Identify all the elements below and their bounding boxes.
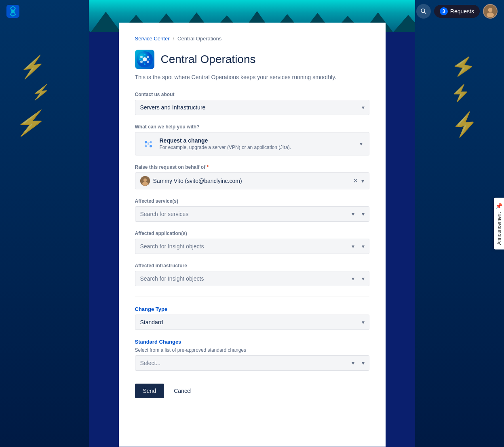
help-option-title: Request a change: [160, 137, 291, 144]
contact-about-section: Contact us about Servers and Infrastruct…: [135, 92, 369, 115]
svg-point-12: [140, 61, 143, 63]
contact-about-select[interactable]: Servers and Infrastructure Software Secu…: [135, 100, 369, 115]
breadcrumb: Service Center / Central Operations: [135, 36, 369, 42]
change-type-section: Change Type Standard Emergency Normal: [135, 306, 369, 330]
svg-point-6: [488, 8, 493, 12]
svg-point-13: [147, 61, 149, 63]
affected-apps-field[interactable]: Search for Insight objects ▾: [135, 239, 369, 254]
standard-changes-field[interactable]: Select... ▾: [135, 355, 369, 371]
svg-point-24: [145, 145, 147, 147]
page-header: Central Operations: [135, 50, 369, 69]
affected-infra-chevron-icon: ▾: [352, 275, 354, 282]
requests-button[interactable]: 3 Requests: [434, 5, 480, 18]
affected-apps-placeholder: Search for Insight objects: [140, 243, 204, 250]
help-option-text: Request a change For example, upgrade a …: [160, 137, 291, 150]
breadcrumb-parent-link[interactable]: Service Center: [135, 36, 170, 42]
help-section: What can we help you with?: [135, 124, 369, 155]
affected-apps-section: Affected application(s) Search for Insig…: [135, 231, 369, 254]
required-star: *: [207, 164, 209, 170]
announcement-tab[interactable]: 📌 Announcement: [494, 197, 504, 250]
send-button[interactable]: Send: [135, 384, 164, 398]
behalf-avatar: [140, 176, 150, 186]
affected-infra-placeholder: Search for Insight objects: [140, 275, 204, 282]
help-label: What can we help you with?: [135, 124, 369, 130]
affected-services-placeholder: Search for services: [140, 211, 189, 217]
requests-badge: 3: [440, 7, 448, 15]
help-option-left: Request a change For example, upgrade a …: [142, 137, 291, 150]
svg-point-18: [144, 54, 146, 55]
user-avatar[interactable]: [483, 4, 498, 19]
search-button[interactable]: [416, 4, 431, 19]
form-actions: Send Cancel: [135, 384, 369, 398]
svg-point-32: [142, 182, 148, 186]
svg-point-25: [150, 145, 152, 147]
behalf-controls: ✕ ▾: [353, 178, 364, 184]
topbar-left: [6, 5, 19, 18]
standard-changes-section: Standard Changes Select from a list of p…: [135, 339, 369, 371]
page-icon: [135, 50, 154, 69]
affected-services-section: Affected service(s) Search for services …: [135, 198, 369, 222]
affected-apps-wrapper: Search for Insight objects ▾: [135, 239, 369, 254]
page-description: This is the spot where Central Operation…: [135, 74, 369, 80]
announcement-pin-icon: 📌: [496, 202, 502, 209]
affected-services-label: Affected service(s): [135, 198, 369, 204]
announcement-label: Announcement: [496, 212, 502, 245]
affected-apps-label: Affected application(s): [135, 231, 369, 236]
svg-point-19: [144, 63, 146, 65]
breadcrumb-current: Central Operations: [177, 36, 221, 42]
affected-infra-wrapper: Search for Insight objects ▾: [135, 271, 369, 286]
topbar-right: 3 Requests: [416, 4, 498, 19]
svg-point-20: [139, 59, 141, 60]
help-option-icon: [142, 137, 155, 150]
affected-services-field[interactable]: Search for services ▾: [135, 206, 369, 222]
standard-changes-desc: Select from a list of pre-approved stand…: [135, 347, 369, 353]
svg-point-9: [143, 57, 147, 61]
svg-point-7: [487, 13, 494, 17]
behalf-chevron-icon: ▾: [361, 178, 364, 184]
requests-label: Requests: [450, 8, 474, 15]
topbar: 3 Requests: [0, 0, 504, 23]
svg-point-23: [150, 141, 152, 143]
content-card: Service Center / Central Operations: [119, 23, 386, 447]
contact-about-wrapper: Servers and Infrastructure Software Secu…: [135, 100, 369, 115]
app-logo: [6, 5, 19, 18]
svg-point-10: [140, 56, 143, 58]
change-type-wrapper: Standard Emergency Normal: [135, 315, 369, 330]
standard-changes-chevron-icon: ▾: [352, 360, 354, 366]
standard-changes-placeholder: Select...: [140, 360, 161, 366]
affected-infra-section: Affected infrastructure Search for Insig…: [135, 263, 369, 286]
breadcrumb-separator: /: [173, 36, 174, 42]
contact-about-label: Contact us about: [135, 92, 369, 97]
behalf-label: Raise this request on behalf of *: [135, 164, 369, 170]
help-option-desc: For example, upgrade a server (VPN) or a…: [160, 145, 291, 150]
standard-changes-label: Standard Changes: [135, 339, 369, 345]
affected-services-wrapper: Search for services ▾: [135, 206, 369, 222]
change-type-select[interactable]: Standard Emergency Normal: [135, 315, 369, 330]
change-type-label: Change Type: [135, 306, 369, 312]
affected-infra-label: Affected infrastructure: [135, 263, 369, 269]
behalf-section: Raise this request on behalf of * Sammy …: [135, 164, 369, 189]
svg-point-11: [147, 56, 149, 58]
chevron-down-icon: ▾: [360, 141, 363, 147]
svg-point-22: [145, 141, 147, 143]
section-divider: [135, 296, 369, 296]
affected-services-chevron-icon: ▾: [352, 211, 354, 217]
page-wrapper: Service Center / Central Operations: [0, 0, 504, 447]
svg-point-21: [149, 59, 150, 60]
behalf-field: Sammy Vito (svito@banclyinc.com) ✕ ▾: [135, 172, 369, 189]
help-option-request-change[interactable]: Request a change For example, upgrade a …: [135, 132, 369, 155]
behalf-clear-button[interactable]: ✕: [353, 178, 358, 184]
affected-apps-chevron-icon: ▾: [352, 243, 354, 250]
svg-line-4: [424, 12, 426, 14]
behalf-name: Sammy Vito (svito@banclyinc.com): [153, 178, 353, 184]
svg-point-31: [143, 178, 147, 182]
affected-infra-field[interactable]: Search for Insight objects ▾: [135, 271, 369, 286]
svg-point-3: [421, 9, 425, 13]
standard-changes-wrapper: Select... ▾: [135, 355, 369, 371]
cancel-button[interactable]: Cancel: [167, 384, 198, 398]
page-title: Central Operations: [161, 53, 256, 66]
